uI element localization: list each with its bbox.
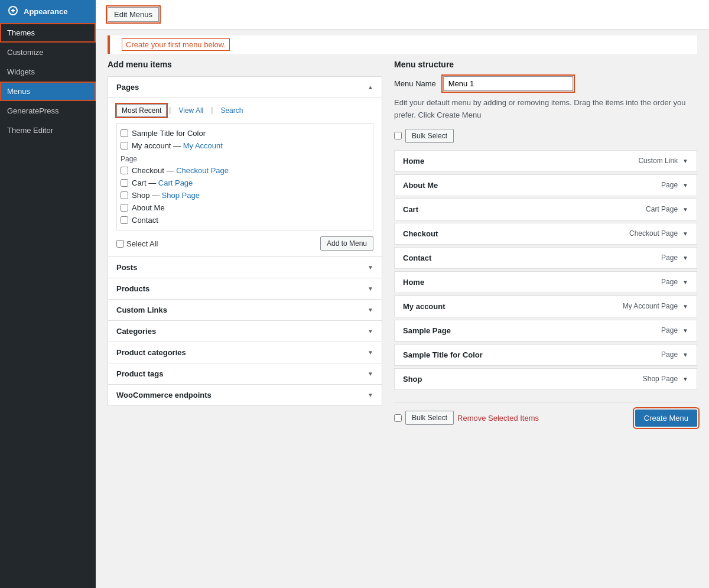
menu-item-chevron-down-icon[interactable]: ▼ (682, 376, 688, 382)
list-item: Sample Title for Color (121, 127, 369, 139)
sidebar-item-generatepress[interactable]: GeneratePress (0, 101, 96, 121)
pages-tabs: Most Recent | View All | Search (116, 104, 373, 117)
my-account-checkbox[interactable] (121, 142, 128, 150)
sidebar-item-themes[interactable]: Themes (0, 23, 96, 43)
menu-structure-title: Menu structure (394, 60, 697, 69)
top-bar: Edit Menus (96, 0, 709, 30)
content-area: Add menu items Pages ▲ Most Recent | Vie… (96, 60, 709, 438)
sidebar-item-widgets[interactable]: Widgets (0, 62, 96, 82)
checkout-checkbox[interactable] (121, 167, 128, 174)
sidebar-header[interactable]: Appearance (0, 0, 96, 23)
menu-item-right: Cart Page ▼ (646, 205, 688, 213)
bulk-select-top-checkbox[interactable] (394, 132, 402, 139)
my-account-link[interactable]: My Account (183, 141, 223, 150)
create-menu-button[interactable]: Create Menu (635, 410, 697, 427)
woocommerce-header-label: WooCommerce endpoints (116, 391, 212, 399)
menu-item-chevron-down-icon[interactable]: ▼ (682, 303, 688, 310)
menu-item-right: Page ▼ (661, 254, 688, 262)
select-all-checkbox[interactable] (116, 240, 124, 248)
posts-header-label: Posts (116, 263, 137, 272)
bulk-select-bottom-checkbox[interactable] (394, 414, 402, 422)
product-categories-accordion-header[interactable]: Product categories ▼ (108, 342, 382, 363)
sample-title-checkbox[interactable] (121, 129, 128, 137)
menu-item-home-custom[interactable]: Home Custom Link ▼ (394, 150, 697, 172)
product-tags-header-label: Product tags (116, 369, 163, 378)
menu-item-about-me[interactable]: About Me Page ▼ (394, 174, 697, 196)
menu-name-label: Menu Name (394, 79, 436, 88)
menu-item-contact[interactable]: Contact Page ▼ (394, 247, 697, 269)
add-to-menu-button[interactable]: Add to Menu (320, 236, 373, 251)
edit-menus-button[interactable]: Edit Menus (108, 7, 159, 22)
menu-item-chevron-down-icon[interactable]: ▼ (682, 327, 688, 334)
shop-checkbox[interactable] (121, 191, 128, 199)
menu-hint: Edit your default menu by adding or remo… (394, 97, 697, 122)
checkout-link[interactable]: Checkout Page (176, 166, 229, 175)
sidebar-item-menus[interactable]: Menus (0, 82, 96, 101)
woocommerce-accordion-header[interactable]: WooCommerce endpoints ▼ (108, 385, 382, 405)
categories-header-label: Categories (116, 327, 156, 336)
posts-accordion-header[interactable]: Posts ▼ (108, 257, 382, 278)
shop-label: Shop — Shop Page (132, 191, 200, 200)
pages-chevron-up-icon: ▲ (367, 84, 373, 90)
categories-section: Categories ▼ (108, 321, 382, 342)
cart-link[interactable]: Cart Page (158, 178, 193, 187)
menu-item-type: Custom Link (638, 157, 678, 165)
pages-list-wrapper: Sample Title for Color My account — My A… (116, 123, 373, 230)
menu-item-sample-title[interactable]: Sample Title for Color Page ▼ (394, 344, 697, 366)
tab-view-all[interactable]: View All (173, 104, 209, 117)
menu-item-type: Page (661, 326, 678, 334)
products-accordion-header[interactable]: Products ▼ (108, 278, 382, 299)
tab-most-recent[interactable]: Most Recent (116, 104, 167, 117)
menu-item-sample-page[interactable]: Sample Page Page ▼ (394, 320, 697, 342)
menu-hint-text: Edit your default menu by adding or remo… (394, 98, 686, 119)
menu-item-chevron-down-icon[interactable]: ▼ (682, 206, 688, 213)
menu-item-label: Sample Page (403, 326, 451, 335)
products-header-label: Products (116, 284, 149, 293)
bulk-select-top-button[interactable]: Bulk Select (405, 129, 454, 143)
menu-item-home-page[interactable]: Home Page ▼ (394, 271, 697, 293)
menu-item-chevron-down-icon[interactable]: ▼ (682, 352, 688, 358)
right-panel: Menu structure Menu Name Edit your defau… (394, 60, 697, 427)
pages-header-label: Pages (116, 83, 139, 92)
menu-items-list: Home Custom Link ▼ About Me Page ▼ (394, 150, 697, 392)
sidebar-items: Themes Customize Widgets Menus GenerateP… (0, 23, 96, 140)
menu-item-label: Contact (403, 254, 431, 262)
menu-item-shop[interactable]: Shop Shop Page ▼ (394, 368, 697, 390)
menu-name-input[interactable] (443, 76, 573, 91)
custom-links-accordion-header[interactable]: Custom Links ▼ (108, 300, 382, 320)
pages-section: Pages ▲ Most Recent | View All | Search (108, 76, 382, 257)
menu-item-checkout[interactable]: Checkout Checkout Page ▼ (394, 223, 697, 245)
menu-item-type: Page (661, 350, 678, 359)
tab-search[interactable]: Search (215, 104, 248, 117)
menu-item-chevron-down-icon[interactable]: ▼ (682, 182, 688, 189)
product-tags-accordion-header[interactable]: Product tags ▼ (108, 363, 382, 384)
about-me-checkbox[interactable] (121, 204, 128, 212)
notice-bar: Create your first menu below. (108, 35, 697, 54)
cart-checkbox[interactable] (121, 179, 128, 187)
menu-item-label: Home (403, 157, 424, 165)
sidebar-item-customize[interactable]: Customize (0, 43, 96, 62)
shop-link[interactable]: Shop Page (162, 191, 200, 200)
custom-links-chevron-icon: ▼ (367, 307, 373, 313)
product-tags-section: Product tags ▼ (108, 363, 382, 385)
bulk-select-bottom-button[interactable]: Bulk Select (405, 411, 454, 425)
remove-selected-button[interactable]: Remove Selected Items (457, 414, 539, 423)
categories-accordion-header[interactable]: Categories ▼ (108, 321, 382, 342)
menu-item-my-account[interactable]: My account My Account Page ▼ (394, 295, 697, 317)
about-me-label: About Me (132, 203, 165, 212)
menu-item-chevron-down-icon[interactable]: ▼ (682, 230, 688, 237)
menu-item-label: Sample Title for Color (403, 350, 483, 359)
sample-title-label: Sample Title for Color (132, 129, 206, 138)
menu-item-cart[interactable]: Cart Cart Page ▼ (394, 199, 697, 220)
menu-item-chevron-down-icon[interactable]: ▼ (682, 279, 688, 285)
bulk-select-top-row: Bulk Select (394, 129, 697, 143)
contact-checkbox[interactable] (121, 216, 128, 224)
sidebar-item-theme-editor[interactable]: Theme Editor (0, 121, 96, 140)
posts-chevron-icon: ▼ (367, 264, 373, 271)
menu-item-type: Page (661, 181, 678, 189)
select-all-label[interactable]: Select All (116, 239, 158, 248)
pages-accordion-header[interactable]: Pages ▲ (108, 77, 382, 98)
categories-chevron-icon: ▼ (367, 328, 373, 334)
menu-item-chevron-down-icon[interactable]: ▼ (682, 255, 688, 261)
menu-item-chevron-down-icon[interactable]: ▼ (682, 158, 688, 164)
